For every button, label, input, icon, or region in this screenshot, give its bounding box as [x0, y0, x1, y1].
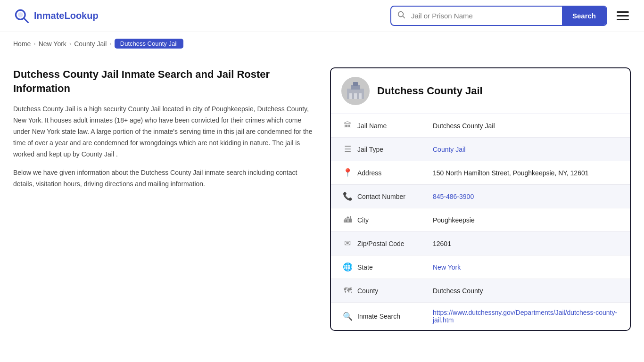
row-value: Dutchess County — [433, 287, 619, 295]
row-value: Dutchess County Jail — [433, 122, 619, 130]
search-icon — [391, 10, 411, 21]
info-row: 📍Address150 North Hamilton Street, Pough… — [331, 161, 630, 185]
row-link[interactable]: https://www.dutchessny.gov/Departments/J… — [433, 309, 617, 324]
row-value: 12601 — [433, 240, 619, 247]
description-para-2: Below we have given information about th… — [13, 167, 315, 190]
hamburger-menu[interactable] — [615, 9, 631, 22]
svg-point-2 — [18, 12, 23, 17]
description-para-1: Dutchess County Jail is a high security … — [13, 104, 315, 160]
row-icon: 📞 — [341, 191, 354, 201]
info-row: 🏙CityPoughkeepsie — [331, 208, 630, 232]
row-icon: 📍 — [341, 168, 354, 178]
row-value[interactable]: County Jail — [433, 146, 619, 153]
logo-text: InmateLookup — [34, 10, 99, 21]
row-icon: 🏛 — [341, 121, 354, 131]
search-button[interactable]: Search — [562, 7, 606, 25]
row-icon: ✉ — [341, 239, 354, 248]
row-label: Address — [357, 169, 433, 177]
breadcrumb-sep-1: › — [33, 40, 35, 47]
svg-line-1 — [24, 18, 28, 22]
row-link[interactable]: 845-486-3900 — [433, 193, 474, 200]
site-header: InmateLookup Search — [0, 0, 644, 32]
row-label: Jail Name — [357, 122, 433, 130]
card-header: Dutchess County Jail — [331, 68, 630, 114]
row-label: City — [357, 216, 433, 224]
row-icon: 🏙 — [341, 215, 354, 225]
row-value[interactable]: https://www.dutchessny.gov/Departments/J… — [433, 309, 619, 324]
breadcrumb: Home › New York › County Jail › Dutchess… — [0, 32, 644, 53]
row-label: County — [357, 287, 433, 295]
info-row: 🏛Jail NameDutchess County Jail — [331, 114, 630, 138]
right-column: Dutchess County Jail 🏛Jail NameDutchess … — [330, 67, 631, 331]
svg-rect-9 — [354, 93, 357, 99]
breadcrumb-home[interactable]: Home — [13, 40, 31, 48]
row-label: Zip/Postal Code — [357, 240, 433, 247]
info-row: 🌐StateNew York — [331, 255, 630, 279]
row-value[interactable]: New York — [433, 263, 619, 271]
row-icon: 🗺 — [341, 286, 354, 296]
row-label: Contact Number — [357, 193, 433, 200]
breadcrumb-state[interactable]: New York — [39, 40, 66, 48]
breadcrumb-current: Dutchess County Jail — [115, 39, 183, 49]
info-row: 🔍Inmate Searchhttps://www.dutchessny.gov… — [331, 303, 630, 330]
row-value[interactable]: 845-486-3900 — [433, 193, 619, 200]
info-row: ✉Zip/Postal Code12601 — [331, 232, 630, 255]
search-input[interactable] — [411, 7, 562, 25]
breadcrumb-type[interactable]: County Jail — [74, 40, 107, 48]
info-row: ☰Jail TypeCounty Jail — [331, 138, 630, 161]
main-content: Dutchess County Jail Inmate Search and J… — [0, 53, 644, 350]
row-label: State — [357, 263, 433, 271]
row-link[interactable]: County Jail — [433, 146, 465, 153]
row-label: Inmate Search — [357, 313, 433, 320]
row-link[interactable]: New York — [433, 263, 461, 271]
card-title: Dutchess County Jail — [377, 85, 483, 97]
breadcrumb-sep-3: › — [109, 40, 111, 47]
svg-line-4 — [403, 16, 405, 18]
left-column: Dutchess County Jail Inmate Search and J… — [13, 67, 315, 331]
search-bar: Search — [390, 6, 607, 26]
info-row: 🗺CountyDutchess County — [331, 279, 630, 303]
row-label: Jail Type — [357, 146, 433, 153]
page-title: Dutchess County Jail Inmate Search and J… — [13, 67, 315, 95]
info-table: 🏛Jail NameDutchess County Jail☰Jail Type… — [331, 114, 630, 330]
info-row: 📞Contact Number845-486-3900 — [331, 185, 630, 208]
row-value: Poughkeepsie — [433, 216, 619, 224]
svg-rect-7 — [353, 82, 358, 86]
breadcrumb-sep-2: › — [69, 40, 71, 47]
logo-icon — [13, 8, 30, 25]
row-icon: ☰ — [341, 144, 354, 154]
row-value: 150 North Hamilton Street, Poughkeepsie,… — [433, 169, 619, 177]
svg-rect-10 — [359, 93, 362, 99]
info-card: Dutchess County Jail 🏛Jail NameDutchess … — [330, 67, 631, 331]
svg-rect-8 — [349, 93, 352, 99]
header-search-area: Search — [390, 6, 631, 26]
avatar — [341, 77, 370, 105]
row-icon: 🔍 — [341, 312, 354, 321]
row-icon: 🌐 — [341, 262, 354, 272]
logo-link[interactable]: InmateLookup — [13, 8, 99, 25]
